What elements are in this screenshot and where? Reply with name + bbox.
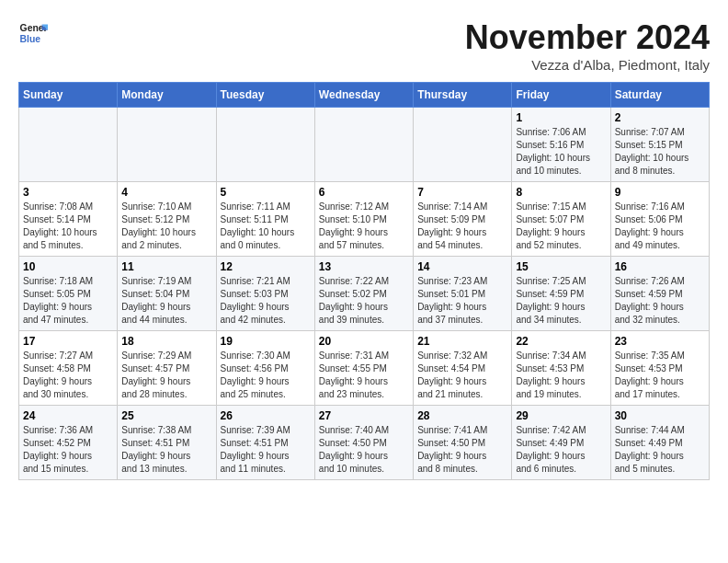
day-number: 23 [615, 335, 705, 348]
day-info: Sunrise: 7:22 AM Sunset: 5:02 PM Dayligh… [319, 275, 409, 327]
day-info: Sunrise: 7:31 AM Sunset: 4:55 PM Dayligh… [319, 350, 409, 401]
day-info: Sunrise: 7:21 AM Sunset: 5:03 PM Dayligh… [221, 275, 311, 327]
title-block: November 2024 Vezza d'Alba, Piedmont, It… [465, 18, 710, 73]
day-info: Sunrise: 7:38 AM Sunset: 4:51 PM Dayligh… [121, 424, 211, 476]
day-info: Sunrise: 7:39 AM Sunset: 4:51 PM Dayligh… [221, 424, 311, 476]
day-info: Sunrise: 7:30 AM Sunset: 4:56 PM Dayligh… [221, 350, 311, 401]
calendar-day-cell: 16Sunrise: 7:26 AM Sunset: 4:59 PM Dayli… [610, 257, 709, 331]
calendar-day-cell [19, 108, 118, 182]
calendar-day-cell: 22Sunrise: 7:34 AM Sunset: 4:53 PM Dayli… [512, 331, 610, 406]
day-info: Sunrise: 7:19 AM Sunset: 5:04 PM Dayligh… [121, 275, 211, 327]
calendar-table: SundayMondayTuesdayWednesdayThursdayFrid… [18, 82, 710, 480]
day-info: Sunrise: 7:15 AM Sunset: 5:07 PM Dayligh… [516, 201, 606, 252]
day-info: Sunrise: 7:10 AM Sunset: 5:12 PM Dayligh… [121, 201, 211, 252]
day-number: 28 [417, 409, 507, 422]
day-info: Sunrise: 7:44 AM Sunset: 4:49 PM Dayligh… [615, 424, 705, 476]
day-info: Sunrise: 7:42 AM Sunset: 4:49 PM Dayligh… [516, 424, 606, 476]
day-info: Sunrise: 7:12 AM Sunset: 5:10 PM Dayligh… [319, 201, 409, 252]
day-number: 18 [121, 335, 211, 348]
calendar-day-cell: 7Sunrise: 7:14 AM Sunset: 5:09 PM Daylig… [414, 182, 512, 257]
logo-icon: General Blue [18, 18, 48, 48]
calendar-day-cell: 13Sunrise: 7:22 AM Sunset: 5:02 PM Dayli… [314, 257, 413, 331]
day-number: 19 [221, 335, 311, 348]
location-subtitle: Vezza d'Alba, Piedmont, Italy [465, 57, 710, 73]
calendar-day-cell: 8Sunrise: 7:15 AM Sunset: 5:07 PM Daylig… [512, 182, 610, 257]
weekday-header-row: SundayMondayTuesdayWednesdayThursdayFrid… [19, 83, 710, 108]
calendar-day-cell: 30Sunrise: 7:44 AM Sunset: 4:49 PM Dayli… [610, 406, 709, 480]
day-number: 29 [516, 409, 606, 422]
day-number: 7 [417, 186, 507, 199]
day-info: Sunrise: 7:32 AM Sunset: 4:54 PM Dayligh… [417, 350, 507, 401]
day-number: 1 [516, 111, 606, 124]
calendar-day-cell: 5Sunrise: 7:11 AM Sunset: 5:11 PM Daylig… [216, 182, 314, 257]
page-header: General Blue November 2024 Vezza d'Alba,… [18, 18, 710, 73]
calendar-day-cell: 27Sunrise: 7:40 AM Sunset: 4:50 PM Dayli… [314, 406, 413, 480]
calendar-day-cell: 20Sunrise: 7:31 AM Sunset: 4:55 PM Dayli… [314, 331, 413, 406]
month-title: November 2024 [465, 18, 710, 57]
calendar-day-cell: 21Sunrise: 7:32 AM Sunset: 4:54 PM Dayli… [414, 331, 512, 406]
day-info: Sunrise: 7:14 AM Sunset: 5:09 PM Dayligh… [417, 201, 507, 252]
day-info: Sunrise: 7:27 AM Sunset: 4:58 PM Dayligh… [23, 350, 113, 401]
calendar-day-cell: 26Sunrise: 7:39 AM Sunset: 4:51 PM Dayli… [216, 406, 314, 480]
day-number: 15 [516, 260, 606, 273]
calendar-day-cell: 17Sunrise: 7:27 AM Sunset: 4:58 PM Dayli… [19, 331, 118, 406]
calendar-day-cell: 14Sunrise: 7:23 AM Sunset: 5:01 PM Dayli… [414, 257, 512, 331]
day-info: Sunrise: 7:25 AM Sunset: 4:59 PM Dayligh… [516, 275, 606, 327]
calendar-day-cell: 12Sunrise: 7:21 AM Sunset: 5:03 PM Dayli… [216, 257, 314, 331]
calendar-day-cell: 3Sunrise: 7:08 AM Sunset: 5:14 PM Daylig… [19, 182, 118, 257]
day-info: Sunrise: 7:08 AM Sunset: 5:14 PM Dayligh… [23, 201, 113, 252]
weekday-header-cell: Tuesday [216, 83, 314, 108]
day-number: 5 [221, 186, 311, 199]
calendar-day-cell: 9Sunrise: 7:16 AM Sunset: 5:06 PM Daylig… [610, 182, 709, 257]
day-number: 9 [615, 186, 705, 199]
weekday-header-cell: Sunday [19, 83, 118, 108]
calendar-day-cell: 10Sunrise: 7:18 AM Sunset: 5:05 PM Dayli… [19, 257, 118, 331]
day-info: Sunrise: 7:41 AM Sunset: 4:50 PM Dayligh… [417, 424, 507, 476]
calendar-day-cell: 1Sunrise: 7:06 AM Sunset: 5:16 PM Daylig… [512, 108, 610, 182]
day-number: 17 [23, 335, 113, 348]
calendar-day-cell: 23Sunrise: 7:35 AM Sunset: 4:53 PM Dayli… [610, 331, 709, 406]
day-info: Sunrise: 7:23 AM Sunset: 5:01 PM Dayligh… [417, 275, 507, 327]
day-number: 25 [121, 409, 211, 422]
day-number: 3 [23, 186, 113, 199]
day-info: Sunrise: 7:06 AM Sunset: 5:16 PM Dayligh… [516, 126, 606, 178]
calendar-day-cell [314, 108, 413, 182]
weekday-header-cell: Saturday [610, 83, 709, 108]
day-number: 6 [319, 186, 409, 199]
weekday-header-cell: Thursday [414, 83, 512, 108]
day-number: 10 [23, 260, 113, 273]
weekday-header-cell: Monday [118, 83, 216, 108]
day-number: 21 [417, 335, 507, 348]
day-number: 13 [319, 260, 409, 273]
calendar-day-cell: 29Sunrise: 7:42 AM Sunset: 4:49 PM Dayli… [512, 406, 610, 480]
logo: General Blue [18, 18, 48, 48]
calendar-day-cell: 4Sunrise: 7:10 AM Sunset: 5:12 PM Daylig… [118, 182, 216, 257]
day-number: 22 [516, 335, 606, 348]
day-number: 11 [121, 260, 211, 273]
calendar-day-cell [216, 108, 314, 182]
day-info: Sunrise: 7:18 AM Sunset: 5:05 PM Dayligh… [23, 275, 113, 327]
day-info: Sunrise: 7:35 AM Sunset: 4:53 PM Dayligh… [615, 350, 705, 401]
calendar-day-cell: 2Sunrise: 7:07 AM Sunset: 5:15 PM Daylig… [610, 108, 709, 182]
calendar-day-cell: 6Sunrise: 7:12 AM Sunset: 5:10 PM Daylig… [314, 182, 413, 257]
calendar-day-cell: 19Sunrise: 7:30 AM Sunset: 4:56 PM Dayli… [216, 331, 314, 406]
day-info: Sunrise: 7:11 AM Sunset: 5:11 PM Dayligh… [221, 201, 311, 252]
calendar-day-cell: 18Sunrise: 7:29 AM Sunset: 4:57 PM Dayli… [118, 331, 216, 406]
day-number: 20 [319, 335, 409, 348]
day-info: Sunrise: 7:40 AM Sunset: 4:50 PM Dayligh… [319, 424, 409, 476]
calendar-body: 1Sunrise: 7:06 AM Sunset: 5:16 PM Daylig… [19, 108, 710, 480]
calendar-day-cell [118, 108, 216, 182]
weekday-header-cell: Friday [512, 83, 610, 108]
day-number: 27 [319, 409, 409, 422]
calendar-week-row: 24Sunrise: 7:36 AM Sunset: 4:52 PM Dayli… [19, 406, 710, 480]
day-number: 8 [516, 186, 606, 199]
day-number: 12 [221, 260, 311, 273]
calendar-week-row: 10Sunrise: 7:18 AM Sunset: 5:05 PM Dayli… [19, 257, 710, 331]
day-info: Sunrise: 7:07 AM Sunset: 5:15 PM Dayligh… [615, 126, 705, 178]
calendar-day-cell: 15Sunrise: 7:25 AM Sunset: 4:59 PM Dayli… [512, 257, 610, 331]
weekday-header-cell: Wednesday [314, 83, 413, 108]
calendar-day-cell: 11Sunrise: 7:19 AM Sunset: 5:04 PM Dayli… [118, 257, 216, 331]
day-number: 2 [615, 111, 705, 124]
day-info: Sunrise: 7:16 AM Sunset: 5:06 PM Dayligh… [615, 201, 705, 252]
svg-text:Blue: Blue [20, 34, 41, 44]
